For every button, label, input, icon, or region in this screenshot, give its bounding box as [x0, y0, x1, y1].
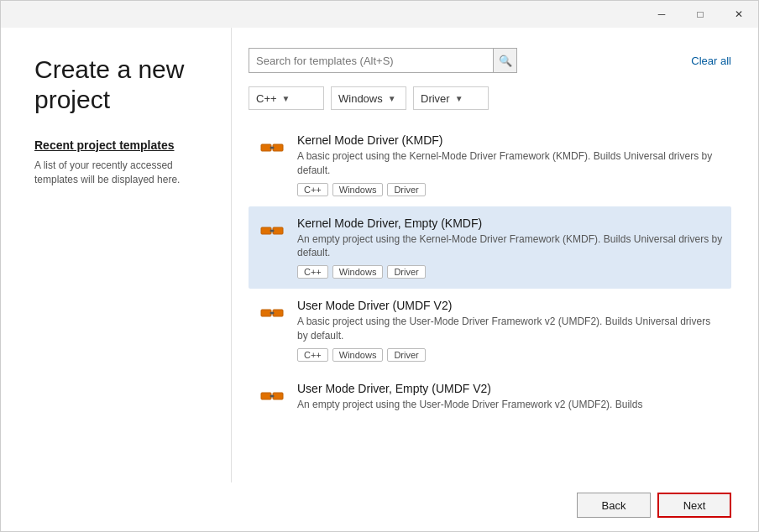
template-name-kmdf-empty: Kernel Mode Driver, Empty (KMDF) [297, 216, 723, 230]
type-filter-arrow: ▼ [455, 94, 463, 103]
template-icon-kmdf [257, 135, 287, 165]
platform-filter-label: Windows [338, 92, 383, 105]
clear-all-link[interactable]: Clear all [691, 55, 731, 67]
svg-rect-1 [273, 144, 283, 151]
template-desc-kmdf-empty: An empty project using the Kernel-Mode D… [297, 232, 723, 261]
search-icon: 🔍 [499, 55, 512, 67]
recent-templates-heading: Recent project templates [34, 138, 204, 152]
type-filter-label: Driver [421, 92, 450, 105]
templates-list: Kernel Mode Driver (KMDF) A basic projec… [249, 123, 731, 469]
template-desc-umdf-v2: A basic project using the User-Mode Driv… [297, 315, 723, 343]
svg-point-9 [272, 229, 275, 232]
recent-templates-description: A list of your recently accessed templat… [34, 159, 204, 187]
svg-point-19 [272, 394, 275, 397]
svg-rect-15 [261, 393, 271, 399]
svg-rect-0 [261, 144, 271, 151]
template-tags-umdf-v2: C++ Windows Driver [297, 348, 723, 362]
svg-rect-5 [261, 227, 271, 234]
template-info-kmdf-empty: Kernel Mode Driver, Empty (KMDF) An empt… [297, 216, 723, 279]
filters-row: C++ ▼ Windows ▼ Driver ▼ [249, 86, 731, 110]
tag: Driver [387, 183, 425, 196]
tag: Driver [387, 348, 425, 362]
search-input[interactable] [249, 49, 493, 72]
type-filter[interactable]: Driver ▼ [413, 86, 489, 110]
footer: Back Next [1, 482, 758, 531]
svg-point-4 [272, 147, 275, 149]
template-item-umdf-v2-empty[interactable]: User Mode Driver, Empty (UMDF V2) An emp… [249, 372, 731, 427]
tag: C++ [297, 265, 328, 279]
svg-rect-10 [261, 310, 271, 316]
template-icon-umdf-v2-empty [257, 383, 287, 414]
svg-rect-16 [273, 393, 283, 399]
tag: Windows [332, 183, 384, 196]
template-desc-umdf-v2-empty: An empty project using the User-Mode Dri… [297, 398, 723, 412]
platform-filter-arrow: ▼ [388, 94, 396, 103]
svg-rect-6 [273, 227, 283, 234]
next-button[interactable]: Next [657, 493, 731, 518]
template-tags-kmdf: C++ Windows Driver [297, 183, 723, 196]
sidebar: Create a new project Recent project temp… [1, 28, 228, 482]
back-button[interactable]: Back [577, 493, 651, 518]
page-title: Create a new project [34, 55, 204, 115]
search-button[interactable]: 🔍 [493, 49, 516, 72]
svg-rect-11 [273, 310, 283, 316]
template-item-umdf-v2[interactable]: User Mode Driver (UMDF V2) A basic proje… [249, 289, 731, 372]
template-tags-kmdf-empty: C++ Windows Driver [297, 265, 723, 279]
svg-point-14 [272, 312, 275, 315]
platform-filter[interactable]: Windows ▼ [331, 86, 406, 110]
title-bar: ─ □ ✕ [1, 1, 758, 28]
template-item-kmdf[interactable]: Kernel Mode Driver (KMDF) A basic projec… [249, 123, 731, 206]
main-window: ─ □ ✕ Create a new project Recent projec… [0, 0, 759, 532]
minimize-button[interactable]: ─ [642, 1, 681, 28]
search-row: 🔍 Clear all [249, 48, 731, 73]
template-info-umdf-v2-empty: User Mode Driver, Empty (UMDF V2) An emp… [297, 382, 723, 417]
template-desc-kmdf: A basic project using the Kernel-Mode Dr… [297, 149, 723, 178]
template-name-umdf-v2-empty: User Mode Driver, Empty (UMDF V2) [297, 382, 723, 395]
language-filter-label: C++ [256, 92, 277, 105]
template-info-umdf-v2: User Mode Driver (UMDF V2) A basic proje… [297, 299, 723, 362]
template-name-umdf-v2: User Mode Driver (UMDF V2) [297, 299, 723, 312]
template-name-kmdf: Kernel Mode Driver (KMDF) [297, 133, 723, 147]
tag: Driver [387, 265, 425, 279]
content-area: Create a new project Recent project temp… [1, 28, 758, 482]
template-icon-umdf-v2 [257, 300, 287, 331]
language-filter-arrow: ▼ [282, 94, 291, 103]
tag: C++ [297, 183, 328, 196]
maximize-button[interactable]: □ [681, 1, 720, 28]
template-info-kmdf: Kernel Mode Driver (KMDF) A basic projec… [297, 133, 723, 196]
search-box: 🔍 [249, 48, 517, 73]
template-icon-kmdf-empty [257, 218, 287, 248]
close-button[interactable]: ✕ [720, 1, 758, 28]
tag: Windows [332, 265, 384, 279]
main-content: 🔍 Clear all C++ ▼ Windows ▼ Driver ▼ [235, 28, 758, 482]
language-filter[interactable]: C++ ▼ [249, 86, 324, 110]
sidebar-divider [231, 28, 232, 482]
template-item-kmdf-empty[interactable]: Kernel Mode Driver, Empty (KMDF) An empt… [249, 206, 731, 289]
tag: Windows [332, 348, 384, 362]
tag: C++ [297, 348, 328, 362]
